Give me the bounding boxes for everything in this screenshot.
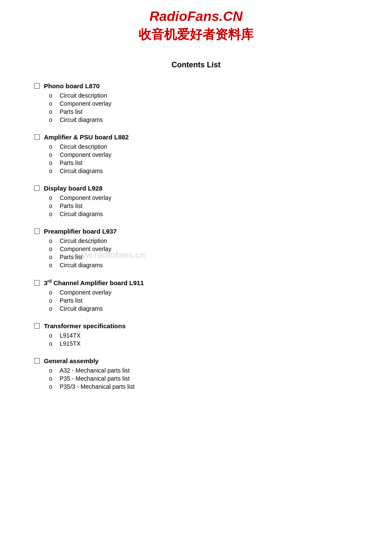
section-title-amplifier: Amplifier & PSU board L882 — [44, 133, 129, 141]
sub-items-phono: Circuit description Component overlay Pa… — [34, 92, 358, 123]
contents-title: Contents List — [34, 61, 358, 69]
sub-items-channel-amplifier: Component overlay Parts list Circuit dia… — [34, 289, 358, 312]
sub-items-amplifier: Circuit description Component overlay Pa… — [34, 143, 358, 174]
list-item: L915TX — [60, 340, 358, 347]
sub-items-preamplifier: Circuit description Component overlay Pa… — [34, 237, 358, 269]
list-item: Parts list www.radiofans.cn — [60, 254, 358, 260]
list-item: Parts list — [60, 108, 358, 115]
header-title-english: RadioFans.CN — [34, 9, 358, 24]
list-item: Component overlay — [60, 289, 358, 296]
list-item: Circuit description — [60, 143, 358, 150]
list-item: Parts list — [60, 202, 358, 209]
sub-items-general-assembly: A32 - Mechanical parts list P35 - Mechan… — [34, 367, 358, 390]
section-amplifier-psu: Amplifier & PSU board L882 Circuit descr… — [34, 133, 358, 174]
list-item: Circuit diagrams — [60, 211, 358, 217]
list-item: Component overlay — [60, 194, 358, 201]
list-item: Parts list — [60, 159, 358, 166]
page-header: RadioFans.CN 收音机爱好者资料库 — [34, 9, 358, 48]
superscript-rd: rd — [47, 279, 52, 283]
section-display-board: Display board L928 Component overlay Par… — [34, 185, 358, 217]
list-item: P35/3 - Mechanical parts list — [60, 383, 358, 390]
list-item: Circuit diagrams — [60, 305, 358, 312]
checkbox-icon-phono — [34, 83, 40, 89]
list-item: Circuit diagrams — [60, 116, 358, 123]
list-item: Circuit diagrams — [60, 262, 358, 269]
section-transformer: Transformer specifications L914TX L915TX — [34, 322, 358, 347]
section-title-phono: Phono board L870 — [44, 82, 100, 90]
section-preamplifier: Preamplifier board L937 Circuit descript… — [34, 228, 358, 269]
list-item: L914TX — [60, 332, 358, 339]
checkbox-icon-transformer — [34, 323, 40, 329]
header-title-chinese: 收音机爱好者资料库 — [34, 26, 358, 43]
section-channel-amplifier: 3rd Channel Amplifier board L911 Compone… — [34, 279, 358, 312]
section-title-channel-amplifier: 3rd Channel Amplifier board L911 — [44, 279, 144, 286]
list-item: P35 - Mechanical parts list — [60, 375, 358, 382]
checkbox-icon-display — [34, 185, 40, 191]
list-item: Component overlay — [60, 151, 358, 158]
list-item: Component overlay — [60, 246, 358, 252]
section-phono-board: Phono board L870 Circuit description Com… — [34, 82, 358, 123]
section-general-assembly: General assembly A32 - Mechanical parts … — [34, 357, 358, 390]
section-title-preamplifier: Preamplifier board L937 — [44, 228, 117, 235]
list-item: Circuit description — [60, 92, 358, 99]
section-title-display: Display board L928 — [44, 185, 103, 192]
checkbox-icon-preamplifier — [34, 228, 40, 234]
sub-items-transformer: L914TX L915TX — [34, 332, 358, 347]
sections-container: Phono board L870 Circuit description Com… — [34, 82, 358, 390]
list-item: Parts list — [60, 297, 358, 304]
list-item: Circuit description — [60, 237, 358, 244]
checkbox-icon-channel-amplifier — [34, 280, 40, 286]
checkbox-icon-general-assembly — [34, 358, 40, 364]
list-item: A32 - Mechanical parts list — [60, 367, 358, 374]
section-title-general-assembly: General assembly — [44, 357, 98, 364]
checkbox-icon-amplifier — [34, 134, 40, 140]
list-item: Component overlay — [60, 100, 358, 107]
sub-items-display: Component overlay Parts list Circuit dia… — [34, 194, 358, 217]
list-item: Circuit diagrams — [60, 168, 358, 174]
section-title-transformer: Transformer specifications — [44, 322, 126, 330]
